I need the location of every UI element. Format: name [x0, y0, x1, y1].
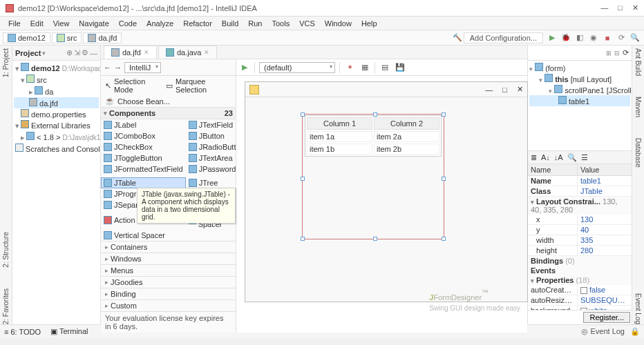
refresh-icon[interactable]: ⟳ [623, 48, 629, 57]
palette-back-icon[interactable]: ← [104, 63, 111, 72]
choose-bean-item[interactable]: ☕Choose Bean... [101, 95, 236, 107]
menu-window[interactable]: Window [321, 18, 356, 29]
palette-vspacer[interactable]: Vertical Spacer [101, 230, 186, 241]
more-icon[interactable]: ☰ [581, 153, 588, 162]
maximize-icon[interactable]: □ [502, 86, 507, 94]
locale-combo[interactable]: (default) [259, 62, 335, 73]
laf-combo[interactable]: IntelliJ [124, 62, 161, 73]
palette-jformattedtextfield[interactable]: JFormattedTextField [101, 164, 186, 175]
tab-dajfd[interactable]: da.jfd✕ [104, 46, 157, 59]
build-button[interactable]: 🔨 [451, 32, 464, 44]
menu-vcs[interactable]: VCS [295, 18, 319, 29]
tab-database[interactable]: Database [634, 138, 642, 168]
tab-dajava[interactable]: da.java✕ [158, 46, 217, 59]
za-icon[interactable]: ↓A [554, 153, 563, 161]
run-button[interactable]: ▶ [546, 32, 558, 44]
menu-navigate[interactable]: Navigate [75, 18, 113, 29]
component-icon [104, 179, 112, 187]
sort-icon[interactable]: ≣ [531, 153, 537, 162]
close-icon[interactable]: ✕ [204, 49, 209, 56]
palette-jtable[interactable]: JTable [101, 177, 186, 188]
design-canvas[interactable]: — □ ✕ Column 1Column 2 item 1aitem 2a it… [245, 81, 528, 302]
cat-windows[interactable]: ▸Windows [101, 253, 236, 264]
cat-jgoodies[interactable]: ▸JGoodies [101, 276, 236, 288]
search-button[interactable]: 🔍 [629, 32, 641, 44]
tab-favorites[interactable]: 2: Favorites [2, 288, 10, 324]
tab-todo[interactable]: ≡ 6: TODO [4, 328, 41, 336]
filter-icon[interactable]: 🔍 [567, 153, 577, 162]
gear-icon[interactable]: ⚙ [82, 48, 88, 57]
selection-mode-item[interactable]: ↖Selection Mode▭Marquee Selection [101, 76, 236, 95]
menu-file[interactable]: File [4, 18, 25, 29]
minimize-icon[interactable]: — [485, 86, 493, 94]
update-button[interactable]: ⟳ [615, 32, 627, 44]
layout-button[interactable]: ▦ [359, 62, 370, 73]
tab-structure[interactable]: 2: Structure [2, 232, 10, 268]
expand-icon[interactable]: ⊞ [606, 50, 612, 57]
component-icon [104, 132, 112, 140]
tab-terminal[interactable]: ▣ Terminal [50, 327, 88, 336]
add-event-button[interactable]: ✦ [344, 62, 355, 73]
collapse-icon[interactable]: ⊟ [614, 50, 620, 57]
collapse-icon[interactable]: ▾ [104, 110, 107, 117]
save-button[interactable]: 💾 [395, 62, 406, 73]
structure-table1[interactable]: table1 [529, 95, 630, 106]
target-icon[interactable]: ⊕ [66, 48, 73, 57]
chevron-down-icon[interactable]: ▾ [42, 50, 46, 57]
tab-maven[interactable]: Maven [634, 97, 642, 117]
selection-box[interactable] [302, 114, 444, 239]
breadcrumb-file[interactable]: da.jfd [83, 32, 122, 43]
checkbox-icon[interactable] [580, 287, 587, 294]
cursor-icon: ↖ [105, 81, 111, 90]
menu-help[interactable]: Help [357, 18, 381, 29]
palette-jtogglebutton[interactable]: JToggleButton [101, 152, 186, 164]
menu-view[interactable]: View [49, 18, 74, 29]
menu-refactor[interactable]: Refactor [179, 18, 216, 29]
cat-menus[interactable]: ▸Menus [101, 264, 236, 276]
close-icon[interactable]: ✕ [517, 85, 523, 94]
palette-jlabel[interactable]: JLabel [101, 119, 186, 130]
breadcrumb-project[interactable]: demo12 [3, 32, 50, 43]
cat-binding[interactable]: ▸Binding [101, 288, 236, 299]
tab-antbuild[interactable]: Ant Build [634, 48, 642, 76]
status-lock-icon[interactable]: 🔒 [630, 327, 640, 336]
cat-custom[interactable]: ▸Custom [101, 299, 236, 311]
debug-button[interactable]: 🐞 [560, 32, 572, 44]
eventlog-button[interactable]: ◎ Event Log [581, 327, 625, 336]
menu-run[interactable]: Run [244, 18, 266, 29]
collapse-icon[interactable]: ⇲ [74, 48, 80, 57]
project-tree[interactable]: ▾ demo12 D:\Workspace\demo12 ▾ src ▸ da … [12, 61, 100, 324]
tab-project[interactable]: 1: Project [2, 48, 10, 77]
close-icon[interactable]: ✕ [632, 3, 638, 12]
folder-icon [26, 75, 35, 83]
breadcrumb-src[interactable]: src [52, 32, 82, 43]
az-icon[interactable]: A↓ [541, 153, 550, 161]
stop-button[interactable]: ■ [601, 32, 614, 44]
components-section[interactable]: Components [109, 109, 155, 117]
properties-table[interactable]: NameValue Nametable1 ClassJTable ▾ Layou… [528, 164, 632, 310]
menu-tools[interactable]: Tools [267, 18, 294, 29]
add-configuration-button[interactable]: Add Configuration... [464, 32, 543, 43]
menu-edit[interactable]: Edit [26, 18, 48, 29]
table-icon [558, 96, 567, 104]
palette-jcombobox[interactable]: JComboBox [101, 130, 186, 141]
menu-build[interactable]: Build [218, 18, 243, 29]
register-button[interactable]: Register... [583, 312, 630, 323]
run-preview-button[interactable]: ▶ [239, 62, 250, 73]
cat-containers[interactable]: ▸Containers [101, 241, 236, 253]
hide-icon[interactable]: — [90, 49, 97, 57]
menu-analyze[interactable]: Analyze [142, 18, 178, 29]
close-icon[interactable]: ✕ [144, 49, 149, 56]
structure-tree[interactable]: ▾ (form) ▾ this [null Layout] ▾ scrollPa… [528, 61, 632, 150]
palette-fwd-icon[interactable]: → [114, 63, 122, 72]
maximize-icon[interactable]: □ [618, 3, 623, 12]
align-button[interactable]: ▤ [379, 62, 390, 73]
project-panel-title[interactable]: Project [15, 49, 41, 57]
tab-eventlog-side[interactable]: Event Log [634, 293, 642, 324]
minimize-icon[interactable]: — [600, 3, 608, 12]
palette-jcheckbox[interactable]: JCheckBox [101, 141, 186, 152]
coverage-button[interactable]: ◧ [574, 32, 586, 44]
tree-node-dajfd[interactable]: da.jfd [14, 97, 99, 108]
profiler-button[interactable]: ◉ [587, 32, 600, 44]
menu-code[interactable]: Code [115, 18, 141, 29]
